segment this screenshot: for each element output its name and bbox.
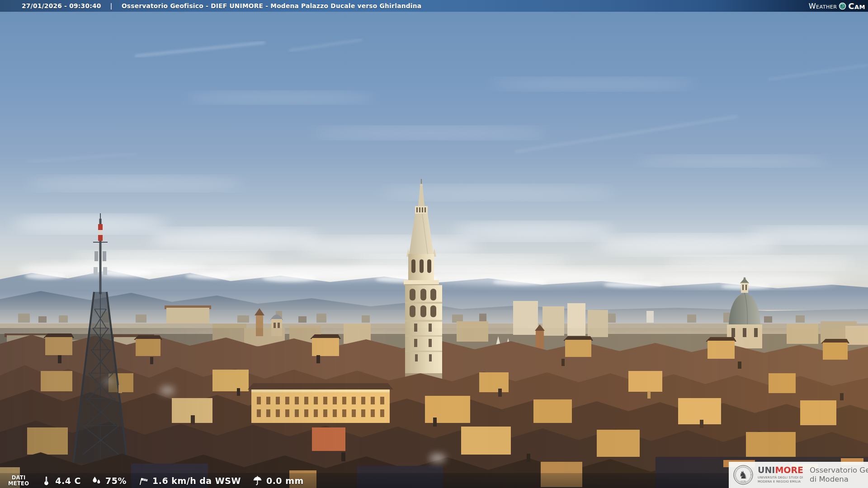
webcam-page: 27/01/2026 - 09:30:40 | Osservatorio Geo… bbox=[0, 0, 868, 488]
unimore-more: MORE bbox=[775, 465, 803, 475]
university-line1: UNIVERSITÀ DEGLI STUDI DI bbox=[758, 476, 803, 480]
humidity-reading: 75% bbox=[91, 475, 127, 486]
camera-title: Osservatorio Geofisico - DIEF UNIMORE - … bbox=[122, 2, 421, 9]
unimore-brand-box: ♞ 1175 UNIMORE UNIVERSITÀ DEGLI STUDI DI… bbox=[729, 462, 868, 488]
temperature-value: 4.4 C bbox=[55, 476, 81, 486]
globe-icon bbox=[839, 2, 846, 10]
humidity-value: 75% bbox=[105, 476, 127, 486]
separator: | bbox=[110, 2, 113, 9]
observatory-name: Osservatorio Geofisico di Modena bbox=[810, 466, 868, 484]
precipitation-reading: 0.0 mm bbox=[252, 475, 304, 486]
dati-meteo-line2: METEO bbox=[8, 481, 29, 486]
dati-meteo-line1: DATI bbox=[12, 475, 26, 480]
unimore-seal: ♞ 1175 bbox=[733, 464, 754, 486]
university-name: UNIVERSITÀ DEGLI STUDI DI MODENA E REGGI… bbox=[758, 476, 803, 484]
observatory-line1: Osservatorio Geofisico bbox=[810, 466, 868, 475]
topbar-left: 27/01/2026 - 09:30:40 | Osservatorio Geo… bbox=[0, 2, 421, 9]
precipitation-value: 0.0 mm bbox=[266, 476, 304, 486]
unimore-wordmark: UNIMORE UNIVERSITÀ DEGLI STUDI DI MODENA… bbox=[758, 466, 803, 484]
observatory-line2: di Modena bbox=[810, 475, 868, 484]
university-line2: MODENA E REGGIO EMILIA bbox=[758, 480, 803, 484]
water-drops-icon bbox=[91, 475, 102, 486]
timestamp: 27/01/2026 - 09:30:40 bbox=[22, 2, 101, 9]
wind-reading: 1.6 km/h da WSW bbox=[138, 475, 241, 486]
unimore-name: UNIMORE bbox=[758, 466, 803, 474]
umbrella-icon bbox=[252, 475, 263, 486]
weathercam-word1: Weather bbox=[809, 2, 837, 10]
temperature-reading: 4.4 C bbox=[41, 475, 81, 486]
unimore-uni: UNI bbox=[758, 465, 775, 475]
thermometer-icon bbox=[41, 475, 52, 486]
weathercam-logo: Weather Cam bbox=[809, 1, 868, 11]
wind-value: 1.6 km/h da WSW bbox=[152, 476, 241, 486]
webcam-photo bbox=[0, 12, 868, 488]
svg-text:♞: ♞ bbox=[739, 469, 748, 481]
topbar: 27/01/2026 - 09:30:40 | Osservatorio Geo… bbox=[0, 0, 868, 12]
svg-text:1175: 1175 bbox=[741, 480, 746, 483]
windsock-icon bbox=[138, 475, 149, 486]
weathercam-word2: Cam bbox=[848, 1, 865, 11]
dati-meteo-label: DATI METEO bbox=[8, 475, 29, 486]
